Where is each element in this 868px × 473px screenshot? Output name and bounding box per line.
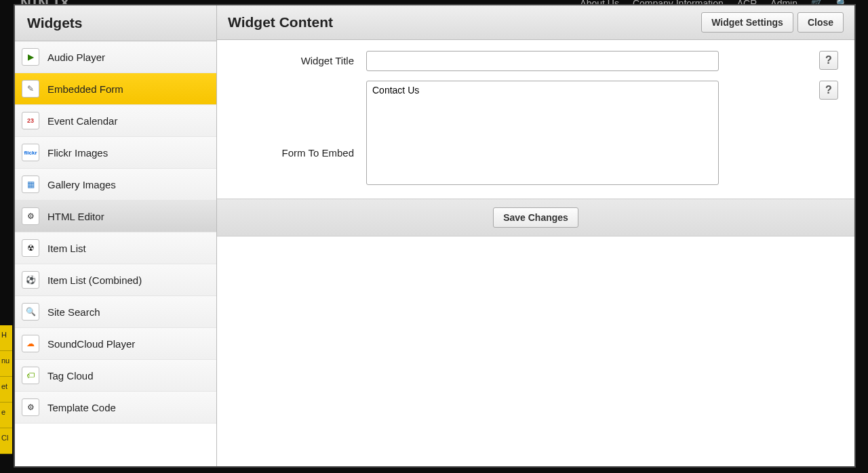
content-header: Widget Content Widget Settings Close — [217, 5, 854, 40]
select-option[interactable]: Contact Us — [367, 81, 718, 99]
widget-item-flickr-images[interactable]: flickrFlickr Images — [15, 137, 216, 169]
search-icon: 🔍 — [22, 303, 39, 321]
widget-content-pane: Widget Content Widget Settings Close Wid… — [217, 5, 854, 466]
form-area: Widget Title ? Form To Embed Contact Us … — [217, 40, 854, 194]
soundcloud-icon: ☁ — [22, 335, 39, 352]
bg-stripe-item: e — [0, 403, 12, 428]
widget-item-label: Item List — [47, 243, 86, 254]
widget-item-label: Site Search — [47, 306, 100, 318]
play-icon: ▶ — [22, 48, 39, 66]
widget-item-label: Tag Cloud — [47, 370, 94, 382]
template-icon: ⚙ — [22, 398, 39, 416]
widget-item-template-code[interactable]: ⚙Template Code — [15, 392, 216, 424]
save-bar: Save Changes — [217, 199, 854, 236]
label-form-to-embed: Form To Embed — [231, 81, 366, 159]
widgets-sidebar: Widgets ▶Audio Player✎Embedded Form23Eve… — [15, 5, 217, 466]
widget-item-label: Audio Player — [47, 52, 105, 63]
row-form-to-embed: Form To Embed Contact Us ? — [231, 81, 841, 185]
bg-stripe-item: nu — [0, 351, 12, 377]
widget-title-input[interactable] — [366, 51, 719, 71]
widget-item-site-search[interactable]: 🔍Site Search — [15, 296, 216, 328]
widget-item-soundcloud-player[interactable]: ☁SoundCloud Player — [15, 328, 216, 360]
widget-item-tag-cloud[interactable]: 🏷Tag Cloud — [15, 360, 216, 392]
calendar-icon: 23 — [22, 112, 39, 129]
widget-item-item-list-combined-[interactable]: ⚽Item List (Combined) — [15, 264, 216, 296]
form-to-embed-select[interactable]: Contact Us — [366, 81, 719, 185]
bg-left-stripe: H nu et e Cl — [0, 325, 12, 454]
help-button[interactable]: ? — [819, 81, 838, 100]
widget-modal: Widgets ▶Audio Player✎Embedded Form23Eve… — [15, 5, 854, 466]
widget-item-html-editor[interactable]: ⚙HTML Editor — [15, 201, 216, 232]
tag-icon: 🏷 — [22, 367, 39, 384]
html-icon: ⚙ — [22, 207, 39, 225]
bg-stripe-item: Cl — [0, 428, 12, 454]
widget-item-label: Template Code — [47, 402, 116, 413]
widget-item-gallery-images[interactable]: ▦Gallery Images — [15, 169, 216, 201]
row-widget-title: Widget Title ? — [231, 51, 841, 71]
close-button[interactable]: Close — [797, 12, 844, 33]
sidebar-title: Widgets — [15, 5, 216, 41]
widget-item-label: HTML Editor — [47, 211, 104, 222]
widget-item-item-list[interactable]: ☢Item List — [15, 232, 216, 264]
widget-item-label: Embedded Form — [47, 83, 123, 95]
bg-stripe-item: H — [0, 325, 12, 351]
widget-item-label: Event Calendar — [47, 115, 117, 127]
widget-item-embedded-form[interactable]: ✎Embedded Form — [15, 73, 216, 105]
help-button[interactable]: ? — [819, 51, 838, 70]
widget-item-label: SoundCloud Player — [47, 338, 135, 350]
radio-icon: ☢ — [22, 239, 39, 257]
widget-item-audio-player[interactable]: ▶Audio Player — [15, 41, 216, 73]
bg-stripe-item: et — [0, 377, 12, 403]
widget-list[interactable]: ▶Audio Player✎Embedded Form23Event Calen… — [15, 41, 216, 466]
form-icon: ✎ — [22, 80, 39, 98]
widget-settings-button[interactable]: Widget Settings — [701, 12, 793, 33]
label-widget-title: Widget Title — [231, 51, 366, 66]
widget-item-event-calendar[interactable]: 23Event Calendar — [15, 105, 216, 137]
save-changes-button[interactable]: Save Changes — [493, 207, 578, 228]
widget-item-label: Item List (Combined) — [47, 274, 142, 286]
gallery-icon: ▦ — [22, 176, 39, 193]
widget-item-label: Flickr Images — [47, 147, 108, 159]
flickr-icon: flickr — [22, 144, 39, 161]
content-title: Widget Content — [228, 14, 333, 30]
soccer-icon: ⚽ — [22, 271, 39, 289]
widget-item-label: Gallery Images — [47, 179, 116, 190]
